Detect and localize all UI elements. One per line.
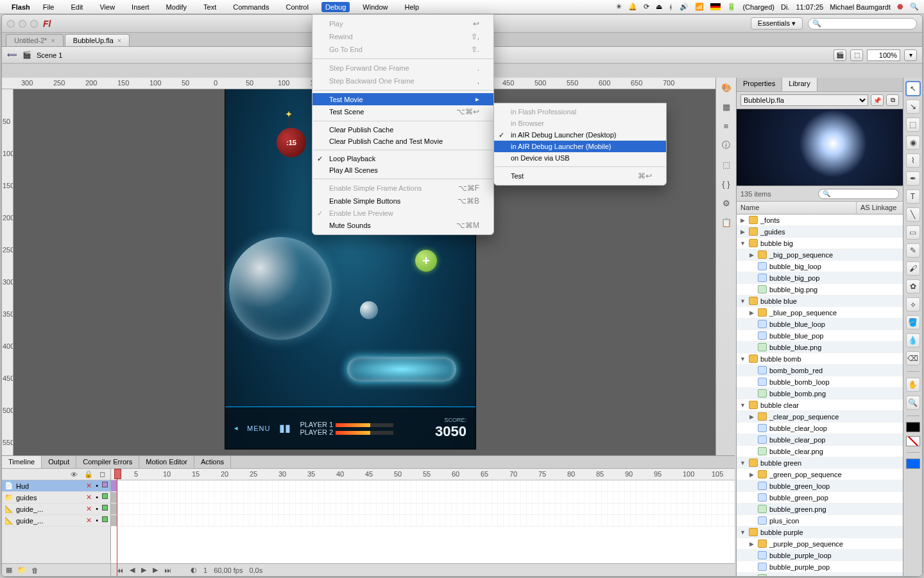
twisty-icon[interactable]: ▶	[739, 217, 746, 223]
battery-icon[interactable]: 🔋	[727, 3, 736, 11]
menu-edit[interactable]: Edit	[67, 2, 87, 12]
minimize-window-icon[interactable]	[19, 20, 26, 28]
spotlight-icon[interactable]: 🔍	[910, 3, 919, 11]
close-tab-icon[interactable]: ×	[117, 37, 121, 44]
info-panel-icon[interactable]: ⓘ	[721, 139, 732, 151]
menu-commands[interactable]: Commands	[229, 2, 273, 12]
menu-item[interactable]: Enable Simple Buttons⌥⌘B	[312, 195, 493, 207]
library-item[interactable]: ▶_clear_pop_sequence	[737, 411, 903, 423]
edit-symbol-icon[interactable]: ⬚	[850, 49, 863, 61]
big-bubble-sprite[interactable]	[229, 237, 332, 340]
doc-tab[interactable]: BubbleUp.fla×	[65, 34, 130, 46]
timeline-layer[interactable]: 📄Hud✕•	[2, 480, 110, 492]
lasso-tool-icon[interactable]: ⌇	[906, 153, 920, 168]
library-item[interactable]: plus_icon	[737, 515, 903, 527]
menu-insert[interactable]: Insert	[128, 2, 153, 12]
app-name[interactable]: Flash	[12, 3, 30, 11]
library-item[interactable]: bubble_purple_pop	[737, 561, 903, 573]
menu-window[interactable]: Window	[359, 2, 391, 12]
twisty-icon[interactable]: ▼	[739, 402, 746, 408]
zoom-window-icon[interactable]	[30, 20, 38, 28]
menu-control[interactable]: Control	[282, 2, 312, 12]
eject-icon[interactable]: ⏏	[656, 3, 662, 11]
traffic-lights[interactable]	[7, 20, 38, 28]
library-item[interactable]: ▶_blue_pop_sequence	[737, 307, 903, 319]
pencil-tool-icon[interactable]: ✎	[906, 243, 920, 258]
twisty-icon[interactable]: ▼	[739, 529, 746, 536]
menu-item[interactable]: Test Scene⌥⌘↩	[312, 105, 493, 118]
hud-back-icon[interactable]: ◂	[234, 424, 238, 432]
library-item[interactable]: ▶_green_pop_sequence	[737, 469, 903, 480]
help-search-input[interactable]: 🔍	[808, 18, 917, 30]
frame-row[interactable]	[111, 504, 735, 515]
bluetooth-icon[interactable]: ᚼ	[669, 3, 673, 11]
library-item[interactable]: ▶_big_pop_sequence	[737, 249, 903, 261]
timeline-layer[interactable]: 📐guide_...✕•	[2, 504, 110, 515]
menu-view[interactable]: View	[96, 2, 119, 12]
library-item[interactable]: bubble_purple_loop	[737, 550, 903, 561]
menu-help[interactable]: Help	[400, 2, 423, 12]
line-tool-icon[interactable]: ╲	[906, 207, 920, 222]
library-item[interactable]: bubble_blue.png	[737, 342, 903, 353]
onion-icon[interactable]: ◐	[191, 566, 197, 574]
user-name[interactable]: Michael Baumgardt	[830, 3, 891, 11]
twisty-icon[interactable]: ▶	[748, 471, 755, 478]
menu-modify[interactable]: Modify	[162, 2, 191, 12]
wifi-icon[interactable]: 📶	[695, 3, 704, 11]
volume-icon[interactable]: 🔊	[680, 3, 689, 11]
notification-icon[interactable]: 🔔	[628, 3, 637, 11]
library-item[interactable]: ▼bubble purple	[737, 527, 903, 538]
library-item[interactable]: bubble_bomb_loop	[737, 376, 903, 388]
input-flag-de-icon[interactable]	[710, 3, 721, 10]
menu-text[interactable]: Text	[200, 2, 220, 12]
menu-file[interactable]: File	[39, 2, 58, 12]
timeline-layer[interactable]: 📐guide_...✕•	[2, 515, 110, 527]
twisty-icon[interactable]: ▶	[748, 414, 755, 420]
lock-icon[interactable]: 🔒	[84, 470, 93, 478]
workspace-switcher[interactable]: Essentials ▾	[751, 17, 803, 30]
pen-tool-icon[interactable]: ✒	[906, 171, 920, 186]
shield-icon[interactable]: ⬣	[897, 3, 903, 11]
bottom-tab-timeline[interactable]: Timeline	[2, 456, 42, 468]
close-window-icon[interactable]	[7, 20, 15, 28]
hud-sprite[interactable]: ◂ MENU ▮▮ PLAYER 1 PLAYER 2 SCORE: 3050	[225, 407, 475, 449]
panel-tab-properties[interactable]: Properties	[737, 78, 782, 91]
doc-tab[interactable]: Untitled-2*×	[6, 34, 64, 46]
edit-scene-icon[interactable]: 🎬	[834, 49, 846, 61]
pause-icon[interactable]: ▮▮	[279, 422, 291, 434]
frame-row[interactable]	[111, 492, 735, 504]
close-tab-icon[interactable]: ×	[51, 37, 55, 44]
menu-item[interactable]: Play All Scenes	[312, 164, 493, 176]
playback-next-icon[interactable]: ▶	[153, 566, 158, 574]
eyedropper-tool-icon[interactable]: 💧	[906, 333, 920, 347]
library-item[interactable]: bubble_blue_pop	[737, 330, 903, 342]
twisty-icon[interactable]: ▶	[748, 252, 755, 258]
library-item[interactable]: ▶_purple_pop_sequence	[737, 538, 903, 550]
library-item[interactable]: ▼bubble big	[737, 238, 903, 249]
delete-layer-icon[interactable]: 🗑	[31, 566, 38, 574]
panel-tab-library[interactable]: Library	[782, 78, 817, 91]
frame-row[interactable]	[111, 515, 735, 527]
color-panel-icon[interactable]: 🎨	[721, 82, 732, 93]
bottom-tab-motion-editor[interactable]: Motion Editor	[139, 456, 194, 468]
timeline-layer[interactable]: 📁guides✕•	[2, 492, 110, 504]
library-item[interactable]: bubble_clear.png	[737, 446, 903, 457]
paint-bucket-tool-icon[interactable]: 🪣	[906, 315, 920, 329]
new-folder-icon[interactable]: 📁	[17, 566, 26, 574]
twisty-icon[interactable]: ▼	[739, 298, 746, 304]
back-icon[interactable]: ⟸	[7, 51, 17, 59]
twisty-icon[interactable]: ▼	[739, 240, 746, 247]
library-item[interactable]: bubble_purple.png	[737, 573, 903, 576]
menu-item[interactable]: Test Movie▸	[312, 93, 493, 105]
fill-swatch[interactable]	[906, 459, 920, 469]
twisty-icon[interactable]: ▶	[739, 229, 746, 235]
bottom-tab-output[interactable]: Output	[42, 456, 76, 468]
library-item[interactable]: ▶_fonts	[737, 215, 903, 226]
library-item[interactable]: ▼bubble blue	[737, 295, 903, 307]
library-item[interactable]: ▶_guides	[737, 226, 903, 238]
submenu-item[interactable]: in AIR Debug Launcher (Mobile)	[494, 141, 666, 152]
twisty-icon[interactable]: ▼	[739, 460, 746, 466]
library-item[interactable]: bubble_green_pop	[737, 492, 903, 504]
twisty-icon[interactable]: ▼	[739, 356, 746, 362]
subselection-tool-icon[interactable]: ↘	[906, 100, 920, 114]
